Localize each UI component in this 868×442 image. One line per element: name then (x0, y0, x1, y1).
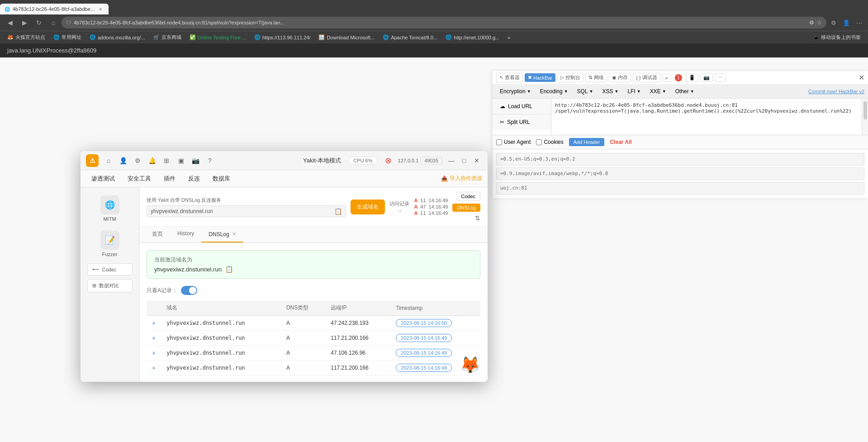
console-btn[interactable]: ▷ 控制台 (557, 73, 583, 82)
hackbar-commit-link[interactable]: Commit now! HackBar v2 (808, 89, 864, 94)
encryption-menu[interactable]: Encryption ▼ (496, 86, 535, 96)
yakit-reverse-menu[interactable]: 反连 (183, 173, 205, 185)
log1-time: 14:16:49 (429, 198, 448, 203)
more-options-button[interactable]: ⋯ (854, 17, 864, 28)
forward-button[interactable]: ▶ (18, 16, 31, 29)
add-header-button[interactable]: Add Header (569, 138, 605, 146)
debugger-btn[interactable]: { } 调试器 (633, 73, 660, 82)
bookmark-icon[interactable]: ☆ (817, 19, 822, 26)
other-dropdown-icon: ▼ (690, 89, 694, 94)
load-url-button[interactable]: ☁ Load URL (493, 99, 551, 114)
hackbar-url-buttons: ☁ Load URL ✂ Split URL (493, 99, 551, 135)
yakit-home-nav-btn[interactable]: ⌂ (102, 154, 115, 167)
dnslog-tab-close-icon[interactable]: ✕ (232, 231, 236, 237)
bookmark-ms[interactable]: 🪟 Download Microsoft... (315, 33, 378, 41)
yakit-fuzzer-item[interactable]: 📝 Fuzzer (87, 228, 133, 260)
bookmark-jd[interactable]: 🛒 京东商城 (150, 33, 185, 42)
responsive-btn[interactable]: 📱 (686, 73, 698, 82)
yakit-user-btn[interactable]: 👤 (117, 154, 129, 167)
url-textarea[interactable]: http://4b783c12-bc26-4e05-8fcf-a3abdbe63… (551, 99, 862, 135)
expand-btn-2[interactable]: + (147, 331, 161, 346)
bookmark-common-icon: 🌐 (53, 34, 60, 40)
bookmark-addons[interactable]: 🌐 addons.mozilla.org/... (86, 33, 149, 41)
xxe-menu[interactable]: XXE ▼ (646, 86, 670, 96)
hackbar-tab-btn[interactable]: ✖ HackBar (525, 73, 555, 82)
profile-button[interactable]: 👤 (841, 17, 852, 28)
devtools-close-btn[interactable]: ✕ (859, 73, 864, 82)
screenshot-btn[interactable]: 📷 (700, 73, 713, 82)
yakit-database-menu[interactable]: 数据库 (207, 173, 236, 185)
bookmark-fox[interactable]: 🦊 火狐官方站点 (4, 33, 49, 42)
bookmark-testing[interactable]: ✅ Online Testing Free ... (186, 33, 250, 41)
lfi-menu[interactable]: LFI ▼ (624, 86, 644, 96)
refresh-button[interactable]: ↻ (33, 16, 45, 29)
yakit-plugins-menu[interactable]: 插件 (158, 173, 181, 185)
bookmark-enet[interactable]: 🌐 http://enet.10000.g... (442, 33, 503, 41)
url-scrollbar[interactable] (862, 99, 868, 135)
yakit-codec-btn[interactable]: Codec (456, 192, 480, 201)
xxe-label: XXE (650, 88, 661, 95)
back-button[interactable]: ◀ (4, 16, 16, 29)
cookies-option[interactable]: Cookies (536, 139, 563, 145)
yakit-mitm-item[interactable]: 🌐 MITM (87, 193, 133, 224)
yakit-tab-dnslog[interactable]: DNSLog ✕ (201, 227, 243, 242)
yakit-grid-btn[interactable]: ⊞ (160, 154, 173, 167)
yakit-close-btn[interactable]: ✕ (471, 155, 482, 166)
expand-btn-3[interactable]: + (147, 346, 161, 361)
bookmark-ip[interactable]: 🌐 https://113.96.111.24/ (251, 33, 314, 41)
col-expand (147, 300, 161, 316)
cookies-checkbox[interactable] (536, 139, 542, 145)
type-cell-2: A (281, 331, 325, 346)
yakit-help-btn[interactable]: ? (204, 154, 216, 167)
address-text: 4b783c12-bc26-4e05-8fcf-a3abdbe636bd.nod… (74, 20, 806, 25)
yakit-bell-btn[interactable]: 🔔 (146, 154, 158, 167)
yakit-pen-test-menu[interactable]: 渗透测试 (86, 173, 120, 185)
user-agent-option[interactable]: User Agent (496, 139, 531, 145)
bookmark-more-icon: » (508, 35, 510, 40)
other-menu[interactable]: Other ▼ (672, 86, 698, 96)
tab-close-icon[interactable]: ✕ (99, 7, 102, 12)
yakit-camera-btn[interactable]: 📷 (189, 154, 202, 167)
more-devtools-btn[interactable]: » (662, 74, 671, 82)
yakit-settings-btn[interactable]: ⚙ (131, 154, 144, 167)
yakit-security-tools-menu[interactable]: 安全工具 (122, 173, 157, 185)
yakit-domain-copy-btn[interactable]: 📋 (225, 266, 233, 273)
yakit-compare-sidebar-btn[interactable]: ⊞ 数据对比 (87, 279, 133, 292)
user-agent-checkbox[interactable] (496, 139, 502, 145)
yakit-dns-copy-btn[interactable]: 📋 (334, 208, 342, 215)
home-button[interactable]: ⌂ (47, 16, 60, 29)
bookmark-more[interactable]: » (504, 34, 514, 41)
yakit-tab-history[interactable]: History (170, 227, 201, 242)
split-url-button[interactable]: ✂ Split URL (493, 114, 551, 130)
yakit-import-btn[interactable]: 📥 导入协作资源 (441, 175, 482, 182)
bookmark-tomcat[interactable]: 🌐 Apache Tomcat/8.0... (379, 33, 441, 41)
inspector-btn[interactable]: ↖ 查看器 (496, 73, 523, 82)
yakit-tab-home[interactable]: 首页 (145, 227, 170, 242)
sql-menu[interactable]: SQL ▼ (574, 86, 597, 96)
extensions-button[interactable]: ⚙ (828, 17, 839, 28)
memory-btn[interactable]: ◉ 内存 (609, 73, 631, 82)
encoding-menu[interactable]: Encoding ▼ (536, 86, 572, 96)
network-btn[interactable]: ⇅ 网络 (585, 73, 607, 82)
expand-btn-4[interactable]: + (147, 361, 161, 375)
expand-btn-1[interactable]: + (147, 316, 161, 331)
xss-menu[interactable]: XSS ▼ (599, 86, 622, 96)
bookmark-mobile[interactable]: 📱 移动设备上的书签 (809, 33, 864, 42)
yakit-generate-btn[interactable]: 生成域名 (351, 200, 385, 214)
type-cell-3: A (281, 346, 325, 361)
col-domain: 域名 (161, 300, 281, 316)
yakit-toggle[interactable] (181, 286, 197, 295)
active-tab[interactable]: 🌐 4b783c12-bc26-4e05-8fcf-a3abdbe636bd.n… (0, 4, 109, 14)
clear-all-button[interactable]: Clear All (610, 139, 631, 145)
yakit-maximize-btn[interactable]: □ (459, 155, 470, 166)
yakit-codec-sidebar-btn[interactable]: ⟵ Codec (87, 263, 133, 276)
yakit-dnslog-btn[interactable]: DNSLog (452, 204, 480, 212)
hackbar-fields: =0.5,en-US;q=0.3,en;q=0.2 =0.9,image/avi… (493, 149, 868, 198)
yakit-box-btn[interactable]: ▣ (175, 154, 187, 167)
address-bar[interactable]: 🛡 4b783c12-bc26-4e05-8fcf-a3abdbe636bd.n… (62, 17, 826, 29)
devtools-settings-btn[interactable]: ⋯ (715, 73, 726, 82)
bookmark-common[interactable]: 🌐 常用网址 (50, 33, 85, 42)
yakit-minimize-btn[interactable]: — (446, 155, 457, 166)
yakit-sort-btn[interactable]: ⇅ (475, 214, 480, 222)
encryption-dropdown-icon: ▼ (527, 89, 531, 94)
